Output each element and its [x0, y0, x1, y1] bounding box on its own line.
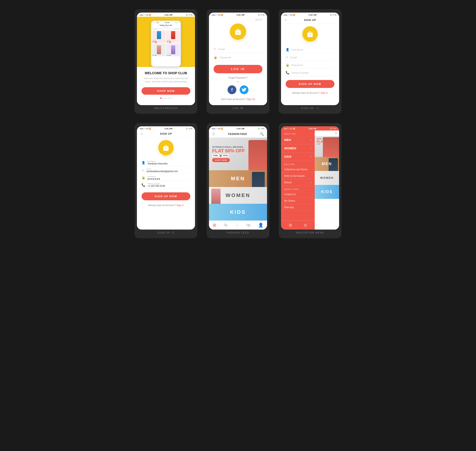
sign-up-link[interactable]: Sign Up	[247, 98, 255, 100]
forgot-password-text[interactable]: Forgot Password ?	[214, 76, 262, 79]
nav-home-icon[interactable]: ⊞	[213, 223, 216, 228]
login-label: LOG IN	[209, 105, 267, 112]
nav-banner-preview: INTER... FLA... PUMA	[315, 136, 339, 157]
walkthrough-desc: We're the Shop Club and here to make you…	[142, 77, 190, 83]
nav-item-contact[interactable]: Contact Us	[281, 191, 315, 198]
email-field-s2[interactable]: ✉ Email sandeepkasundra@gmail.com	[142, 167, 190, 174]
nav-men-text: MEN	[322, 162, 332, 166]
phone-value-s2: +1 202 555 0146	[148, 185, 165, 187]
nav-item-orders[interactable]: My Orders	[281, 198, 315, 204]
hamburger-icon[interactable]: ☰	[212, 132, 215, 136]
banner-discount-text: FLAT 50% OFF	[212, 148, 245, 153]
sign-in-link-s2[interactable]: Sign In	[176, 204, 184, 207]
nike-logo: ◆	[220, 154, 222, 157]
svg-rect-1	[308, 32, 313, 37]
status-left-login: ●●●○○ FB 📶	[212, 14, 223, 16]
status-time-login: 1:41 AM	[236, 14, 244, 16]
walkthrough-screen: ●●●○○ FB 📶 1:41 AM 🔋 77% ●●○ FB 📶 1:41 A…	[135, 9, 197, 114]
social-login-buttons: f	[214, 85, 262, 94]
boss-logo: BOSS	[223, 154, 229, 157]
fullname-value-s2: Sandeep Kasundra	[148, 162, 167, 165]
email-field[interactable]: ✉ Email	[214, 45, 262, 53]
dot-2	[163, 97, 164, 99]
have-account-text-s2: Already have an Account ? Sign In	[142, 204, 190, 207]
shop-for-header: SHOP FOR	[281, 131, 315, 136]
phone-field-s2[interactable]: 📞 Phone Number +1 202 555 0146	[142, 182, 190, 189]
skip-button[interactable]: SKIP	[214, 19, 262, 21]
or-divider: or	[214, 81, 262, 83]
nav-overlay: SHOP FOR MEN › WOMEN › KIDS ›	[281, 131, 339, 230]
nav-percent-icon[interactable]: %	[224, 223, 228, 228]
status-bar-fashion: ●●●○○ FB 📶 1:41 AM 🔋 77%	[209, 126, 267, 131]
dot-1	[160, 97, 161, 99]
sign-in-link-s1[interactable]: Sign In	[321, 92, 328, 94]
nav-bag-icon[interactable]: 🛍	[246, 223, 251, 228]
fashion-title: FASHION FEED	[228, 132, 247, 135]
walkthrough-label: WALKTHROUGH	[137, 105, 195, 112]
person-icon-s2: 👤	[142, 161, 145, 164]
email-field-s1[interactable]: ✉ Email	[286, 54, 334, 61]
signup1-button[interactable]: SIGN UP NOW	[286, 80, 334, 88]
kids-section: KIDS	[209, 204, 267, 220]
nav-heart-icon[interactable]: ♡	[235, 223, 239, 228]
signup1-content: 👤 Full Name ✉ Email 🔒 Password 📞 Phone N…	[281, 24, 339, 98]
inner-phone-mockup: ●●○ FB 📶 1:41 AM 🔋77% WOMEN TOPS & TEES …	[151, 20, 181, 67]
search-icon-f[interactable]: 🔍	[260, 132, 264, 136]
nav-women-text: WOMEN	[320, 176, 334, 180]
login-button[interactable]: LOG IN	[214, 65, 262, 73]
status-bat-f: 🔋 77%	[258, 128, 264, 130]
nav-item-rate[interactable]: Rate App	[281, 204, 315, 211]
banner-shop-btn[interactable]: SHOP NOW	[212, 158, 230, 162]
fashion-header: ☰ FASHION FEED 🔍	[209, 131, 267, 138]
status-time-nav: 1:41 AM	[309, 127, 316, 130]
nav-content-preview: ☰ INTER... FLA... PUMA MEN	[315, 131, 339, 230]
banner-figure	[248, 140, 267, 170]
status-bat-s2: 🔋 77%	[186, 128, 192, 130]
phone-field-s1[interactable]: 📞 Phone Number	[286, 69, 334, 76]
twitter-login-button[interactable]	[240, 85, 248, 94]
status-bar-walkthrough: ●●●○○ FB 📶 1:41 AM 🔋 77%	[137, 13, 195, 17]
nav-profile-icon[interactable]: 👤	[258, 223, 263, 228]
status-time-s2: 1:41 AM	[164, 127, 172, 130]
dot-5	[170, 97, 172, 99]
banner-text-block: INTERNATIONAL BRANDS FLAT 50% OFF PUMA ◆…	[209, 146, 248, 162]
email-icon-s2: ✉	[142, 169, 144, 172]
fullname-field-s1[interactable]: 👤 Full Name	[286, 46, 334, 53]
nav-item-kids[interactable]: KIDS ›	[281, 153, 315, 161]
facebook-login-button[interactable]: f	[228, 85, 236, 94]
password-field[interactable]: 🔒 Password	[214, 54, 262, 61]
men-label: MEN	[231, 175, 245, 182]
nav-item-collections[interactable]: Collections and Stores	[281, 166, 315, 173]
password-placeholder-s1: Password	[292, 64, 303, 67]
fullname-field-s2[interactable]: 👤 Full Name Sandeep Kasundra	[142, 159, 190, 166]
signup2-content: 👤 Full Name Sandeep Kasundra ✉ Email san…	[137, 137, 195, 210]
pagination-dots	[142, 97, 190, 99]
shop-now-button[interactable]: SHOP NOW	[142, 87, 190, 95]
nav-grid-icon[interactable]: ⊞	[289, 223, 292, 227]
fashion-screen: ●●●○○ FB 📶 1:41 AM 🔋 77% ☰ FASHION FEED …	[207, 123, 269, 238]
back-arrow-s1[interactable]: ←	[284, 18, 288, 22]
status-left-s1: ●●●○○ FB 📶	[284, 14, 295, 16]
chevron-women: ›	[311, 147, 311, 150]
status-time-f: 1:41 AM	[236, 127, 244, 130]
banner-brand-text: INTERNATIONAL BRANDS	[212, 146, 245, 148]
nav-item-brands[interactable]: Brands ›	[281, 179, 315, 186]
email-value-s2: sandeepkasundra@gmail.com	[146, 170, 178, 173]
nav-percent-icon-menu[interactable]: ◎	[304, 223, 307, 227]
svg-rect-0	[235, 30, 241, 35]
nav-item-men[interactable]: MEN ›	[281, 136, 315, 144]
fullname-placeholder-s1: Full Name	[292, 48, 303, 51]
status-bat-s1: 🔋 77%	[330, 14, 336, 16]
password-field-s1[interactable]: 🔒 Password	[286, 62, 334, 69]
password-field-s2[interactable]: 🔒 Password	[142, 175, 190, 181]
nav-banner-text: INTER... FLA... PUMA	[315, 136, 339, 147]
nav-item-women[interactable]: WOMEN ›	[281, 144, 315, 153]
walkthrough-content: WELCOME TO SHOP CLUB We're the Shop Club…	[137, 67, 195, 103]
signup2-button[interactable]: SIGN UP NOW	[142, 192, 190, 200]
nav-item-refer[interactable]: Refer & Get Awards	[281, 173, 315, 179]
status-battery: 🔋 77%	[186, 14, 192, 16]
nav-menu-panel: SHOP FOR MEN › WOMEN › KIDS ›	[281, 131, 315, 230]
hamburger-preview: ☰	[335, 132, 337, 135]
email-placeholder: Email	[218, 48, 225, 50]
back-arrow-s2[interactable]: ←	[140, 132, 143, 136]
